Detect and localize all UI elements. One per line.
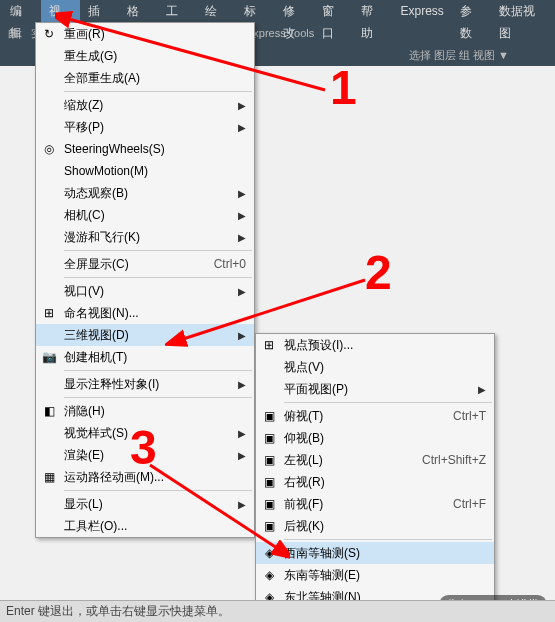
menu-item-视点预设(I)...[interactable]: ⊞视点预设(I)... <box>256 334 494 356</box>
menu-label: 相机(C) <box>64 207 238 224</box>
submenu-arrow-icon: ▶ <box>238 210 246 221</box>
menu-label: 缩放(Z) <box>64 97 238 114</box>
menu-item-动态观察(B)[interactable]: 动态观察(B)▶ <box>36 182 254 204</box>
menu-label: 平面视图(P) <box>284 381 478 398</box>
submenu-arrow-icon: ▶ <box>238 330 246 341</box>
menu-参数[interactable]: 参数 <box>452 0 491 22</box>
menu-icon: ▦ <box>40 468 58 486</box>
shortcut: Ctrl+Shift+Z <box>422 453 486 467</box>
menu-修改[interactable]: 修改 <box>275 0 314 22</box>
menu-label: 视点(V) <box>284 359 486 376</box>
separator <box>64 250 252 251</box>
submenu-arrow-icon: ▶ <box>238 100 246 111</box>
menu-item-ShowMotion(M)[interactable]: ShowMotion(M) <box>36 160 254 182</box>
menu-icon: ⊞ <box>260 336 278 354</box>
menu-item-全部重生成(A)[interactable]: 全部重生成(A) <box>36 67 254 89</box>
menu-icon: ◎ <box>40 140 58 158</box>
submenu-arrow-icon: ▶ <box>238 232 246 243</box>
menu-label: 显示注释性对象(I) <box>64 376 238 393</box>
annotation-3: 3 <box>130 420 157 475</box>
menu-数据视图[interactable]: 数据视图 <box>491 0 553 22</box>
menu-item-三维视图(D)[interactable]: 三维视图(D)▶ <box>36 324 254 346</box>
menu-插入[interactable]: 插入 <box>80 0 119 22</box>
menu-item-平面视图(P)[interactable]: 平面视图(P)▶ <box>256 378 494 400</box>
shortcut: Ctrl+F <box>453 497 486 511</box>
menu-icon: ⊞ <box>40 304 58 322</box>
menu-item-重生成(G)[interactable]: 重生成(G) <box>36 45 254 67</box>
menu-icon: ◈ <box>260 544 278 562</box>
tab-曲[interactable]: 曲 <box>2 22 25 44</box>
menu-item-西南等轴测(S)[interactable]: ◈西南等轴测(S) <box>256 542 494 564</box>
menu-Express[interactable]: Express <box>392 0 451 22</box>
separator <box>284 402 492 403</box>
menu-label: 漫游和飞行(K) <box>64 229 238 246</box>
menu-item-仰视(B)[interactable]: ▣仰视(B) <box>256 427 494 449</box>
menu-item-东南等轴测(E)[interactable]: ◈东南等轴测(E) <box>256 564 494 586</box>
menu-icon: ▣ <box>260 451 278 469</box>
menu-label: 工具栏(O)... <box>64 518 246 535</box>
menu-item-命名视图(N)...[interactable]: ⊞命名视图(N)... <box>36 302 254 324</box>
menu-item-消隐(H)[interactable]: ◧消隐(H) <box>36 400 254 422</box>
menu-item-视点(V)[interactable]: 视点(V) <box>256 356 494 378</box>
submenu-arrow-icon: ▶ <box>238 499 246 510</box>
menu-格式[interactable]: 格式 <box>119 0 158 22</box>
menu-item-显示(L)[interactable]: 显示(L)▶ <box>36 493 254 515</box>
annotation-1: 1 <box>330 60 357 115</box>
menu-item-视口(V)[interactable]: 视口(V)▶ <box>36 280 254 302</box>
menu-label: 动态观察(B) <box>64 185 238 202</box>
menu-item-创建相机(T)[interactable]: 📷创建相机(T) <box>36 346 254 368</box>
submenu-arrow-icon: ▶ <box>238 188 246 199</box>
menu-item-平移(P)[interactable]: 平移(P)▶ <box>36 116 254 138</box>
menu-绘图[interactable]: 绘图 <box>197 0 236 22</box>
menu-icon: ▣ <box>260 517 278 535</box>
menu-label: 前视(F) <box>284 496 433 513</box>
statusbar: Enter 键退出，或单击右键显示快捷菜单。 <box>0 600 555 622</box>
menu-item-俯视(T)[interactable]: ▣俯视(T)Ctrl+T <box>256 405 494 427</box>
menu-工具[interactable]: 工具 <box>158 0 197 22</box>
separator <box>64 490 252 491</box>
menu-label: 东南等轴测(E) <box>284 567 486 584</box>
menu-窗口[interactable]: 窗口 <box>314 0 353 22</box>
menu-item-工具栏(O)...[interactable]: 工具栏(O)... <box>36 515 254 537</box>
menu-icon: ▣ <box>260 407 278 425</box>
menu-label: 后视(K) <box>284 518 486 535</box>
menu-帮助[interactable]: 帮助 <box>353 0 392 22</box>
separator <box>64 370 252 371</box>
menu-item-右视(R)[interactable]: ▣右视(R) <box>256 471 494 493</box>
3d-views-submenu: ⊞视点预设(I)...视点(V)平面视图(P)▶▣俯视(T)Ctrl+T▣仰视(… <box>255 333 495 622</box>
menu-label: 全部重生成(A) <box>64 70 246 87</box>
menu-label: 俯视(T) <box>284 408 433 425</box>
submenu-arrow-icon: ▶ <box>478 384 486 395</box>
menu-item-SteeringWheels(S)[interactable]: ◎SteeringWheels(S) <box>36 138 254 160</box>
menu-item-全屏显示(C)[interactable]: 全屏显示(C)Ctrl+0 <box>36 253 254 275</box>
menu-编辑[interactable]: 编辑 <box>2 0 41 22</box>
menu-标注[interactable]: 标注 <box>236 0 275 22</box>
menu-icon: 📷 <box>40 348 58 366</box>
menu-视图[interactable]: 视图 <box>41 0 80 22</box>
menu-item-前视(F)[interactable]: ▣前视(F)Ctrl+F <box>256 493 494 515</box>
menu-icon: ▣ <box>260 495 278 513</box>
menu-label: 创建相机(T) <box>64 349 246 366</box>
menu-label: 仰视(B) <box>284 430 486 447</box>
separator <box>64 397 252 398</box>
menu-item-相机(C)[interactable]: 相机(C)▶ <box>36 204 254 226</box>
submenu-arrow-icon: ▶ <box>238 450 246 461</box>
menu-label: 重画(R) <box>64 26 246 43</box>
menu-icon: ▣ <box>260 473 278 491</box>
menu-label: 消隐(H) <box>64 403 246 420</box>
separator <box>64 277 252 278</box>
menu-item-缩放(Z)[interactable]: 缩放(Z)▶ <box>36 94 254 116</box>
menu-item-重画(R)[interactable]: ↻重画(R) <box>36 23 254 45</box>
shortcut: Ctrl+0 <box>214 257 246 271</box>
shortcut: Ctrl+T <box>453 409 486 423</box>
menu-label: 右视(R) <box>284 474 486 491</box>
menu-label: ShowMotion(M) <box>64 164 246 178</box>
menu-icon: ◧ <box>40 402 58 420</box>
menu-item-漫游和飞行(K)[interactable]: 漫游和飞行(K)▶ <box>36 226 254 248</box>
menu-icon: ▣ <box>260 429 278 447</box>
menu-item-左视(L)[interactable]: ▣左视(L)Ctrl+Shift+Z <box>256 449 494 471</box>
menu-item-显示注释性对象(I)[interactable]: 显示注释性对象(I)▶ <box>36 373 254 395</box>
menu-label: 视口(V) <box>64 283 238 300</box>
submenu-arrow-icon: ▶ <box>238 379 246 390</box>
menu-item-后视(K)[interactable]: ▣后视(K) <box>256 515 494 537</box>
